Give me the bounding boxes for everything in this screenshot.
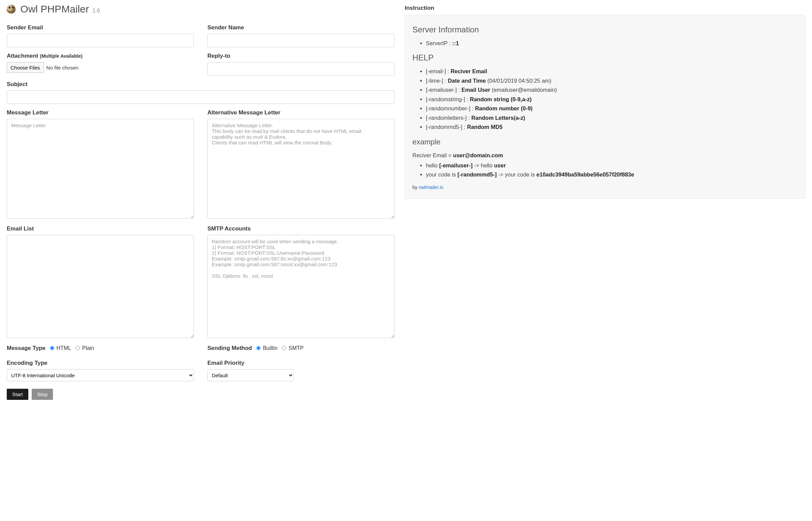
sending-method-smtp-radio[interactable] [282,346,286,350]
reply-to-input[interactable] [207,62,395,75]
smtp-label: SMTP Accounts [207,225,395,232]
help-list: [-email-] : Reciver Email[-time-] : Date… [412,67,797,132]
priority-label: Email Priority [207,360,395,366]
owlmailer-link[interactable]: owlmailer.io [419,185,444,190]
help-heading: HELP [412,51,797,64]
example-item: hello [-emailuser-] -> hello user [426,161,797,170]
sender-name-input[interactable] [207,34,395,47]
altmessage-textarea[interactable] [207,119,395,219]
encoding-label: Encoding Type [7,360,194,366]
help-item: [-emailuser-] : Email User (emailuser@em… [426,86,797,94]
sender-email-input[interactable] [7,34,194,47]
message-type-html-radio[interactable] [50,346,54,350]
message-type-group: Message Type HTML Plain [7,345,194,352]
help-item: [-randomletters-] : Random Letters(a-z) [426,114,797,122]
smtp-textarea[interactable] [207,235,395,338]
example-list: hello [-emailuser-] -> hello useryour co… [412,161,797,179]
app-title: Owl PHPMailer 1.6 [7,3,395,15]
help-item: [-randommd5-] : Random MD5 [426,123,797,132]
sending-method-label: Sending Method [207,345,252,351]
email-list-label: Email List [7,225,194,232]
priority-select[interactable]: Default [207,369,294,381]
help-item: [-time-] : Date and Time (04/01/2019 04:… [426,76,797,85]
server-ip-line: ServerIP : ::1 [426,39,797,48]
server-ip-label: ServerIP : [426,40,452,46]
message-type-html-label: HTML [56,345,71,351]
app-name: Owl PHPMailer [20,3,89,15]
message-textarea[interactable] [7,119,194,219]
message-label: Message Letter [7,109,194,116]
example-item: your code is [-randommd5-] -> your code … [426,171,797,179]
message-type-plain-label: Plain [82,345,94,351]
stop-button[interactable]: Stop [32,389,53,400]
subject-input[interactable] [7,90,395,104]
by-pre: by [412,185,419,190]
app-version: 1.6 [92,8,100,14]
by-line: by owlmailer.io [412,184,797,191]
instruction-panel: Server Information ServerIP : ::1 HELP [… [405,15,805,199]
altmessage-label: Alternative Message Letter [207,109,395,116]
sender-email-label: Sender Email [7,24,194,31]
reply-to-label: Reply-to [207,53,395,60]
start-button[interactable]: Start [7,389,28,400]
email-list-textarea[interactable] [7,235,194,338]
server-info-heading: Server Information [412,23,797,36]
sending-method-smtp-label: SMTP [289,345,304,351]
message-type-label: Message Type [7,345,46,351]
example-line-pre: Reciver Email = [412,152,453,158]
message-type-plain-radio[interactable] [75,346,80,350]
help-item: [-randomnumber-] : Random number (0-9) [426,104,797,113]
sending-method-builtin-label: Builtin [263,345,278,351]
sending-method-group: Sending Method Builtin SMTP [207,345,395,352]
file-chosen-status: No file chosen [47,65,78,70]
help-item: [-randomstring-] : Random string (0-9,a-… [426,95,797,104]
attachment-label: Attachment (Multiple Available) [7,53,194,60]
example-heading: example [412,136,797,148]
instruction-title: Instruction [405,5,805,12]
server-ip-value: ::1 [452,40,459,46]
help-item: [-email-] : Reciver Email [426,67,797,76]
example-line-bold: user@domain.com [453,152,503,158]
encoding-select[interactable]: UTF-8 International Unicode [7,369,194,381]
sender-name-label: Sender Name [207,24,395,31]
attachment-sublabel: (Multiple Available) [40,53,82,59]
choose-files-button[interactable]: Choose Files [7,62,44,73]
subject-label: Subject [7,81,395,88]
owl-icon [7,5,16,14]
sending-method-builtin-radio[interactable] [256,346,261,350]
example-line: Reciver Email = user@domain.com [412,151,797,160]
attachment-label-text: Attachment [7,53,39,59]
